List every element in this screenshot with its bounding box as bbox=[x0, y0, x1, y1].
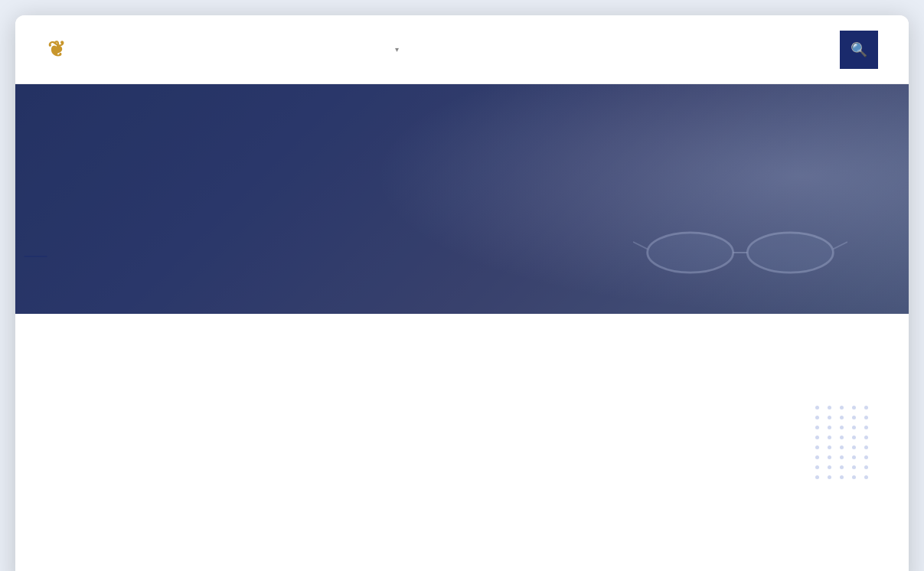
side-text bbox=[485, 360, 864, 367]
dot-grid-decoration: // Generate dots inline const dotGrid = … bbox=[815, 406, 870, 479]
chevron-down-icon: ▾ bbox=[395, 45, 399, 54]
nav-links: ▾ bbox=[369, 45, 514, 54]
svg-point-1 bbox=[747, 233, 833, 272]
nav-right: 🔍 bbox=[815, 31, 878, 69]
hero-glasses-image bbox=[633, 214, 847, 291]
hero-section bbox=[15, 84, 909, 314]
apply-heading bbox=[61, 360, 439, 398]
svg-line-4 bbox=[833, 242, 847, 249]
side-text-area bbox=[485, 360, 864, 367]
nav-link-business[interactable]: ▾ bbox=[392, 45, 399, 54]
svg-point-0 bbox=[648, 233, 733, 272]
svg-line-3 bbox=[633, 242, 648, 249]
search-icon: 🔍 bbox=[851, 41, 867, 58]
apply-heading-area bbox=[61, 360, 439, 398]
content-section bbox=[15, 314, 909, 429]
search-button[interactable]: 🔍 bbox=[840, 31, 878, 69]
arabic-button[interactable] bbox=[815, 44, 840, 56]
navbar: ❦ ▾ bbox=[15, 15, 909, 84]
nav-item-business[interactable]: ▾ bbox=[392, 45, 399, 54]
logo-name: ❦ bbox=[46, 37, 67, 62]
logo-heart-icon: ❦ bbox=[47, 38, 67, 61]
logo[interactable]: ❦ bbox=[46, 37, 67, 62]
